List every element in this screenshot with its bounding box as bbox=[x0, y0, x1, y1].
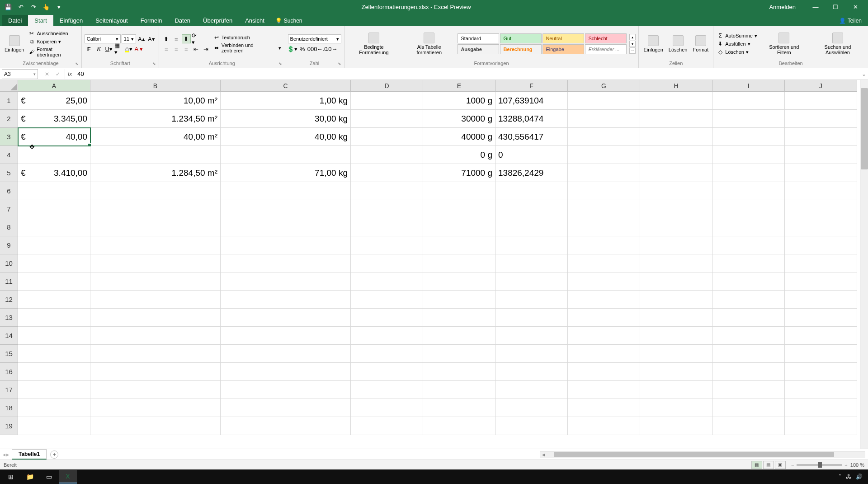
cell[interactable]: 107,639104 bbox=[495, 92, 568, 110]
cell[interactable] bbox=[712, 182, 785, 200]
paste-button[interactable]: Einfügen bbox=[3, 34, 26, 53]
cell[interactable]: €3.345,00 bbox=[18, 110, 90, 128]
find-select-button[interactable]: Suchen und Auswählen bbox=[810, 32, 865, 56]
cell[interactable] bbox=[712, 254, 785, 272]
row-header[interactable]: 5 bbox=[0, 164, 18, 182]
cell[interactable] bbox=[640, 200, 712, 218]
sheet-nav-last-button[interactable]: ▸ bbox=[6, 451, 9, 458]
login-link[interactable]: Anmelden bbox=[769, 4, 796, 10]
formula-input[interactable]: 40 bbox=[75, 70, 860, 77]
row-header[interactable]: 7 bbox=[0, 200, 18, 218]
cell[interactable]: 71000 g bbox=[423, 164, 495, 182]
cell[interactable] bbox=[18, 309, 90, 327]
cell[interactable] bbox=[640, 128, 712, 146]
cell[interactable] bbox=[712, 128, 785, 146]
cell[interactable] bbox=[18, 182, 90, 200]
cell[interactable] bbox=[90, 363, 221, 381]
format-cells-button[interactable]: Format bbox=[691, 34, 710, 53]
tab-insert[interactable]: Einfügen bbox=[53, 15, 89, 26]
cell[interactable] bbox=[712, 417, 785, 435]
taskbar-app-icon[interactable]: ▭ bbox=[40, 470, 58, 483]
cell[interactable] bbox=[221, 363, 351, 381]
decrease-decimal-button[interactable]: .0→ bbox=[328, 44, 337, 53]
styles-more-button[interactable]: ⋯ bbox=[629, 47, 636, 54]
cell[interactable] bbox=[785, 291, 857, 309]
cell[interactable] bbox=[785, 236, 857, 254]
cell[interactable] bbox=[90, 417, 221, 435]
maximize-button[interactable]: ☐ bbox=[826, 0, 844, 14]
cell[interactable] bbox=[351, 200, 423, 218]
clear-button[interactable]: ◇Löschen ▾ bbox=[716, 48, 758, 56]
percent-button[interactable]: % bbox=[298, 44, 307, 53]
cell[interactable]: 1.234,50 m² bbox=[90, 110, 221, 128]
font-size-select[interactable]: 11▾ bbox=[122, 34, 136, 43]
cell[interactable] bbox=[568, 146, 640, 164]
cell[interactable] bbox=[640, 417, 712, 435]
vertical-scrollbar[interactable] bbox=[860, 80, 868, 449]
cell[interactable] bbox=[351, 381, 423, 399]
cell[interactable] bbox=[785, 146, 857, 164]
cell[interactable] bbox=[568, 345, 640, 363]
tray-up-icon[interactable]: ˄ bbox=[839, 474, 841, 480]
cell[interactable] bbox=[495, 254, 568, 272]
cell[interactable] bbox=[423, 182, 495, 200]
cell[interactable] bbox=[495, 182, 568, 200]
cell[interactable] bbox=[640, 92, 712, 110]
cell[interactable]: 13288,0474 bbox=[495, 110, 568, 128]
number-launcher-icon[interactable]: ⬊ bbox=[338, 61, 341, 66]
align-top-button[interactable]: ⬆ bbox=[162, 34, 171, 43]
cell[interactable] bbox=[423, 200, 495, 218]
cell[interactable]: 40,00 m² bbox=[90, 128, 221, 146]
row-header[interactable]: 9 bbox=[0, 236, 18, 254]
cell[interactable] bbox=[568, 128, 640, 146]
cell[interactable] bbox=[221, 218, 351, 236]
autosum-button[interactable]: ΣAutoSumme ▾ bbox=[716, 32, 758, 39]
cell[interactable] bbox=[90, 309, 221, 327]
cell[interactable] bbox=[568, 327, 640, 345]
cell[interactable] bbox=[712, 381, 785, 399]
cell[interactable] bbox=[495, 345, 568, 363]
cell[interactable]: 10,00 m² bbox=[90, 92, 221, 110]
format-as-table-button[interactable]: Als Tabelle formatieren bbox=[402, 32, 456, 56]
horizontal-scrollbar[interactable]: ◂ bbox=[540, 451, 865, 458]
cell[interactable] bbox=[712, 146, 785, 164]
cell[interactable] bbox=[423, 291, 495, 309]
cell[interactable] bbox=[90, 381, 221, 399]
cell[interactable] bbox=[495, 381, 568, 399]
cell[interactable] bbox=[568, 200, 640, 218]
row-header[interactable]: 13 bbox=[0, 309, 18, 327]
select-all-corner[interactable] bbox=[0, 80, 18, 92]
cell[interactable] bbox=[568, 363, 640, 381]
column-header[interactable]: C bbox=[221, 80, 351, 92]
cell[interactable] bbox=[495, 417, 568, 435]
column-header[interactable]: H bbox=[640, 80, 712, 92]
cell[interactable] bbox=[351, 417, 423, 435]
column-header[interactable]: G bbox=[568, 80, 640, 92]
cell[interactable]: 71,00 kg bbox=[221, 164, 351, 182]
tab-home[interactable]: Start bbox=[28, 15, 53, 26]
cut-button[interactable]: ✂Ausschneiden bbox=[28, 30, 78, 37]
cell[interactable] bbox=[495, 327, 568, 345]
font-color-button[interactable]: A ▾ bbox=[134, 44, 143, 53]
tab-pagelayout[interactable]: Seitenlayout bbox=[89, 15, 134, 26]
row-header[interactable]: 8 bbox=[0, 218, 18, 236]
cell[interactable] bbox=[18, 363, 90, 381]
cell[interactable] bbox=[568, 417, 640, 435]
cell[interactable] bbox=[785, 272, 857, 291]
cell[interactable] bbox=[351, 254, 423, 272]
cell[interactable] bbox=[640, 381, 712, 399]
font-launcher-icon[interactable]: ⬊ bbox=[152, 61, 156, 66]
cell[interactable] bbox=[221, 345, 351, 363]
cell[interactable] bbox=[568, 92, 640, 110]
cell[interactable] bbox=[351, 345, 423, 363]
start-button[interactable]: ⊞ bbox=[2, 470, 20, 483]
search-tab[interactable]: 💡Suchen bbox=[271, 15, 307, 26]
cell[interactable] bbox=[423, 254, 495, 272]
styles-up-button[interactable]: ▴ bbox=[629, 34, 636, 40]
cell[interactable] bbox=[351, 218, 423, 236]
cell[interactable] bbox=[712, 272, 785, 291]
style-schlecht[interactable]: Schlecht bbox=[585, 33, 627, 43]
tab-data[interactable]: Daten bbox=[168, 15, 197, 26]
cell[interactable] bbox=[568, 381, 640, 399]
column-header[interactable]: B bbox=[90, 80, 221, 92]
